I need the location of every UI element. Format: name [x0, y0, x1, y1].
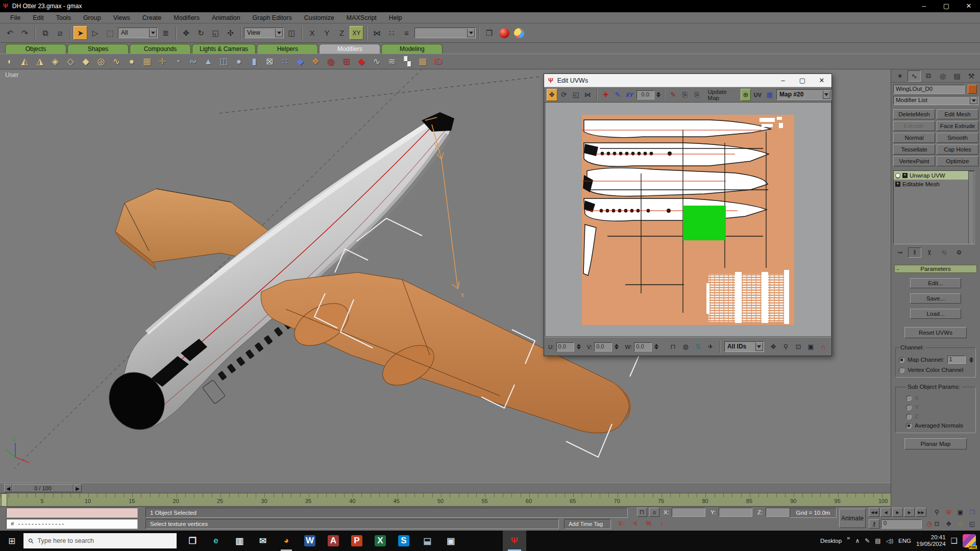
uv-editor-canvas[interactable]: [546, 103, 831, 336]
map-channel-value-field[interactable]: 1: [947, 356, 966, 364]
x-coord-field[interactable]: [672, 508, 705, 517]
select-and-move-icon[interactable]: ✥: [179, 26, 193, 40]
map-channel-spinner[interactable]: [969, 357, 973, 363]
axis-radio[interactable]: Averaged Normals: [906, 422, 973, 429]
normal-button[interactable]: Normal: [893, 133, 935, 143]
noise-modifier-icon[interactable]: ◈: [49, 55, 61, 68]
make-unique-icon[interactable]: ⊻: [923, 247, 936, 258]
named-selection-sets-icon[interactable]: ❒: [482, 26, 496, 40]
airplane-fuselage[interactable]: [98, 112, 454, 440]
hidden-icons-chevron[interactable]: ∧: [855, 537, 860, 544]
notification-center-icon[interactable]: ❑: [951, 536, 958, 545]
y-coord-field[interactable]: [719, 508, 752, 517]
select-and-link-icon[interactable]: ⧉: [38, 26, 52, 40]
grid-snap-icon[interactable]: ▦: [765, 89, 775, 101]
select-by-name-icon[interactable]: ≣: [159, 26, 173, 40]
w-coordinate-field[interactable]: 0.0: [634, 342, 652, 352]
map-channel-radio[interactable]: Map Channel: 1: [899, 356, 973, 364]
sphere-segment-icon[interactable]: ●: [233, 55, 245, 68]
select-and-scale-icon[interactable]: ◱: [209, 26, 223, 40]
modify-tab-icon[interactable]: ∿: [908, 70, 921, 82]
time-slider[interactable]: 0 / 100: [12, 484, 74, 492]
region-zoom-icon[interactable]: ⊡: [932, 519, 942, 529]
uvw-checker-icon[interactable]: ▩: [416, 55, 429, 68]
wave-modifier-icon[interactable]: ∿: [110, 55, 122, 68]
maxscript-listener[interactable]: # --------------: [6, 519, 138, 529]
vertexpaint-button[interactable]: VertexPaint: [893, 156, 935, 166]
planar-map-button[interactable]: Planar Map: [904, 438, 967, 449]
show-desktop-label[interactable]: Desktop: [820, 538, 842, 544]
menu-item[interactable]: Create: [136, 14, 168, 21]
zoom-extents-icon[interactable]: ▣: [805, 341, 816, 353]
redo-icon[interactable]: ↷: [18, 26, 32, 40]
uv-rotate-icon[interactable]: ⟳: [559, 89, 569, 101]
select-cursor-icon[interactable]: ▷: [88, 26, 102, 40]
menu-item[interactable]: Animation: [206, 14, 247, 21]
extrude-button[interactable]: Extrude: [893, 121, 935, 131]
tab-lights-cameras[interactable]: Lights & Cameras: [192, 44, 256, 54]
word-icon[interactable]: W: [298, 531, 322, 551]
track-bar[interactable]: 5101520253035404550556065707580859095100: [0, 493, 891, 507]
xform-icon[interactable]: ⊠: [263, 55, 276, 68]
snap-toggle-3d-icon[interactable]: 3∩: [617, 519, 627, 528]
axis-radio[interactable]: Z: [906, 413, 973, 419]
hierarchy-tab-icon[interactable]: ⧉: [922, 70, 935, 82]
vertex-color-channel-radio[interactable]: Vertex Color Channel: [899, 367, 973, 373]
mail-icon[interactable]: ✉: [251, 531, 275, 551]
pan-view-icon[interactable]: ✥: [943, 519, 954, 529]
w-spinner[interactable]: [654, 344, 658, 349]
pen-settings-icon[interactable]: ✎: [865, 537, 870, 544]
zoom-all-icon[interactable]: ⊞: [943, 508, 954, 517]
lattice-modifier-icon[interactable]: ▦: [141, 55, 153, 68]
macro-recorder-panel[interactable]: [6, 508, 138, 518]
edit-spline-modifier-icon[interactable]: ∾: [187, 55, 199, 68]
previous-frame-button[interactable]: ◀: [880, 508, 891, 517]
previous-frame-arrow[interactable]: ◀: [4, 484, 12, 492]
start-button[interactable]: ⊞: [0, 531, 23, 551]
v-spinner[interactable]: [615, 344, 619, 349]
linked-xform-icon[interactable]: ≋: [386, 55, 398, 68]
zoom-icon[interactable]: ⚲: [780, 341, 791, 353]
stack-item-editable-mesh[interactable]: + Editable Mesh: [894, 180, 974, 188]
paint3d-pre-icon[interactable]: PRE: [963, 534, 976, 547]
uv-edge-icon[interactable]: ✎: [612, 89, 623, 101]
firefox-icon[interactable]: ◕: [275, 531, 298, 551]
dialog-minimize-button[interactable]: –: [773, 74, 793, 87]
edit-mesh-button[interactable]: Edit Mesh: [937, 109, 978, 119]
excel-icon[interactable]: X: [369, 531, 392, 551]
tessellate-button[interactable]: Tessellate: [893, 144, 935, 155]
display-tab-icon[interactable]: ▤: [950, 70, 964, 82]
dialog-maximize-button[interactable]: ▢: [793, 74, 812, 87]
tab-modeling[interactable]: Modeling: [381, 44, 443, 54]
stack-scrollbar[interactable]: [968, 171, 974, 244]
smooth-button[interactable]: Smooth: [937, 133, 978, 143]
zoom-region-icon[interactable]: ⊡: [793, 341, 803, 353]
menu-item[interactable]: File: [4, 14, 27, 21]
add-time-tag[interactable]: Add Time Tag: [564, 519, 611, 529]
object-color-swatch[interactable]: [968, 85, 977, 94]
uv-freeform-icon[interactable]: ✚: [601, 89, 611, 101]
face-extrude-button[interactable]: Face Extrude: [937, 121, 978, 131]
uv-brush-icon[interactable]: ✎: [668, 89, 678, 101]
object-name-field[interactable]: WingLOut_D0: [893, 85, 965, 94]
uv-rotate-angle-field[interactable]: 0.0: [636, 90, 654, 99]
menu-item[interactable]: Graph Editors: [247, 14, 298, 21]
menu-item[interactable]: Edit: [27, 14, 50, 21]
select-object-icon[interactable]: ➤: [74, 26, 87, 40]
store-icon[interactable]: ▥: [228, 531, 251, 551]
use-pivot-center-icon[interactable]: ◫: [285, 26, 299, 40]
uv-space-button[interactable]: UV: [752, 89, 763, 101]
current-frame-field[interactable]: 0: [881, 519, 922, 529]
expand-icon[interactable]: +: [895, 182, 900, 187]
minimize-button[interactable]: –: [913, 0, 935, 12]
green-uv-region[interactable]: [683, 206, 726, 240]
tab-modifiers[interactable]: Modifiers: [319, 44, 380, 54]
checker-pattern-icon[interactable]: ▚: [401, 55, 413, 68]
map-selector-dropdown[interactable]: Map #20: [776, 89, 831, 100]
rectangular-selection-icon[interactable]: ⬚: [103, 26, 117, 40]
tab-compounds[interactable]: Compounds: [130, 44, 191, 54]
dialog-titlebar[interactable]: Ψ Edit UVWs – ▢ ✕: [544, 74, 831, 87]
configure-modifier-sets-icon[interactable]: ⚙: [952, 247, 966, 258]
min-max-toggle-icon[interactable]: ◱: [967, 519, 977, 529]
mirror-icon[interactable]: ⋈: [370, 26, 384, 40]
